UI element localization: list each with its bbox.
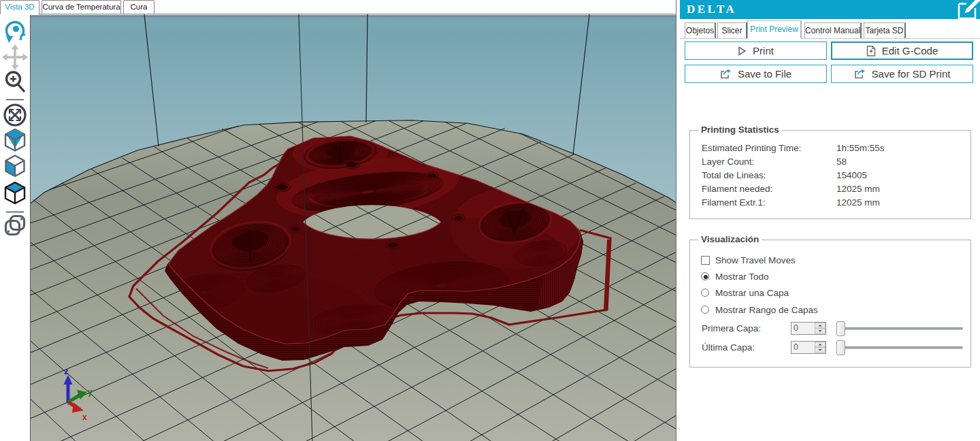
- svg-text:y: y: [88, 387, 93, 397]
- svg-text:z: z: [64, 366, 69, 376]
- svg-text:x: x: [82, 412, 87, 422]
